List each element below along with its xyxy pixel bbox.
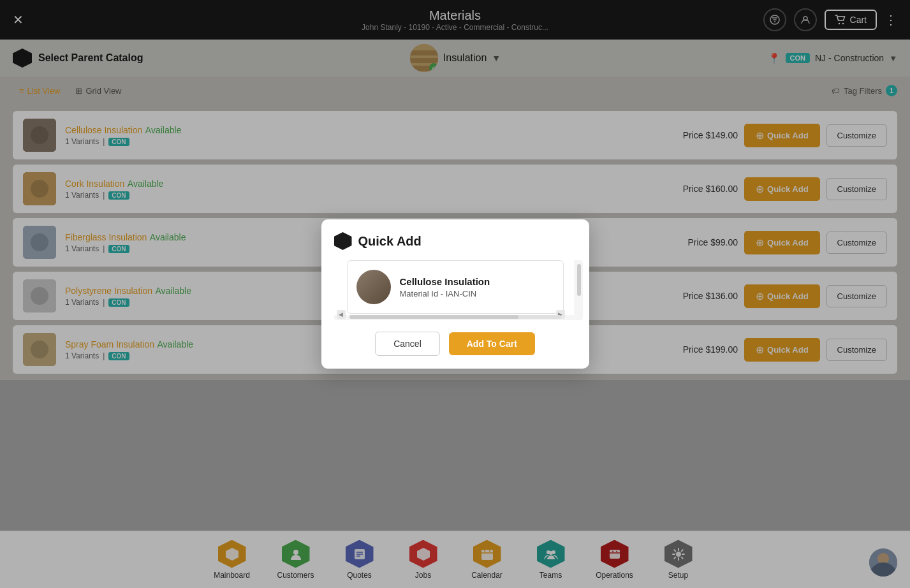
modal-actions: Cancel Add To Cart: [321, 320, 589, 369]
modal-title: Quick Add: [358, 234, 422, 249]
cancel-button[interactable]: Cancel: [375, 332, 440, 356]
modal-header: Quick Add: [321, 219, 589, 260]
modal-hex-icon: [334, 232, 352, 250]
modal-overlay: Quick Add Cellulose Insulation Material …: [0, 0, 910, 588]
modal-item-name: Cellulose Insulation: [400, 276, 490, 287]
quick-add-modal: Quick Add Cellulose Insulation Material …: [321, 219, 589, 369]
add-to-cart-button[interactable]: Add To Cart: [449, 332, 535, 355]
modal-content: Cellulose Insulation Material Id - IAN-C…: [347, 260, 564, 314]
modal-item-thumb: [356, 270, 391, 304]
modal-item-id: Material Id - IAN-CIN: [400, 289, 490, 298]
